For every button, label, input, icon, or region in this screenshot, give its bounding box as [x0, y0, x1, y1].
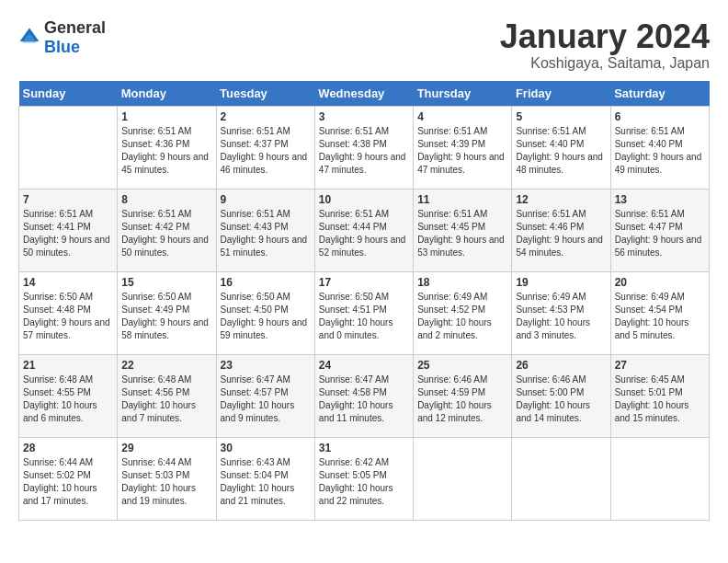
calendar-cell: 9 Sunrise: 6:51 AM Sunset: 4:43 PM Dayli…	[216, 189, 314, 271]
day-info: Sunrise: 6:51 AM Sunset: 4:43 PM Dayligh…	[221, 208, 311, 259]
day-info: Sunrise: 6:50 AM Sunset: 4:50 PM Dayligh…	[221, 291, 311, 342]
calendar-cell: 14 Sunrise: 6:50 AM Sunset: 4:48 PM Dayl…	[19, 271, 118, 354]
day-number: 16	[221, 276, 311, 289]
day-info: Sunrise: 6:51 AM Sunset: 4:41 PM Dayligh…	[23, 208, 113, 259]
calendar-cell: 10 Sunrise: 6:51 AM Sunset: 4:44 PM Dayl…	[314, 189, 413, 271]
sunset-text: Sunset: 4:42 PM	[121, 222, 189, 232]
sunrise-text: Sunrise: 6:51 AM	[516, 209, 586, 219]
day-number: 10	[319, 193, 409, 206]
day-info: Sunrise: 6:50 AM Sunset: 4:48 PM Dayligh…	[23, 291, 113, 342]
day-info: Sunrise: 6:51 AM Sunset: 4:42 PM Dayligh…	[121, 208, 211, 259]
day-number: 8	[121, 193, 211, 206]
daylight-text: Daylight: 9 hours and 51 minutes.	[221, 235, 308, 258]
sunset-text: Sunset: 5:04 PM	[221, 470, 289, 480]
sunrise-text: Sunrise: 6:50 AM	[23, 292, 93, 302]
daylight-text: Daylight: 10 hours and 0 minutes.	[319, 317, 393, 340]
weekday-header-monday: Monday	[118, 81, 216, 107]
day-number: 19	[516, 276, 606, 289]
sunrise-text: Sunrise: 6:50 AM	[319, 292, 389, 302]
day-info: Sunrise: 6:43 AM Sunset: 5:04 PM Dayligh…	[221, 456, 311, 508]
calendar-cell: 11 Sunrise: 6:51 AM Sunset: 4:45 PM Dayl…	[414, 189, 512, 271]
day-info: Sunrise: 6:51 AM Sunset: 4:37 PM Dayligh…	[221, 125, 311, 177]
day-number: 28	[23, 442, 113, 454]
day-info: Sunrise: 6:48 AM Sunset: 4:56 PM Dayligh…	[121, 373, 211, 425]
day-number: 30	[221, 442, 311, 454]
day-info: Sunrise: 6:51 AM Sunset: 4:46 PM Dayligh…	[516, 208, 606, 259]
logo-blue: Blue	[44, 38, 80, 56]
daylight-text: Daylight: 10 hours and 11 minutes.	[319, 400, 393, 423]
calendar-cell: 22 Sunrise: 6:48 AM Sunset: 4:56 PM Dayl…	[118, 354, 216, 437]
sunset-text: Sunset: 5:05 PM	[319, 470, 387, 480]
weekday-header-friday: Friday	[512, 81, 610, 107]
sunset-text: Sunset: 4:46 PM	[516, 222, 584, 232]
calendar-cell	[512, 437, 610, 520]
day-number: 2	[221, 110, 311, 123]
day-info: Sunrise: 6:49 AM Sunset: 4:54 PM Dayligh…	[615, 291, 705, 342]
day-info: Sunrise: 6:51 AM Sunset: 4:36 PM Dayligh…	[121, 125, 211, 177]
weekday-header-row: SundayMondayTuesdayWednesdayThursdayFrid…	[19, 81, 710, 107]
weekday-header-saturday: Saturday	[610, 81, 709, 107]
calendar-cell: 13 Sunrise: 6:51 AM Sunset: 4:47 PM Dayl…	[610, 189, 709, 271]
day-number: 3	[319, 110, 409, 123]
sunrise-text: Sunrise: 6:43 AM	[221, 457, 290, 467]
daylight-text: Daylight: 10 hours and 3 minutes.	[516, 317, 590, 340]
location-title: Koshigaya, Saitama, Japan	[500, 55, 710, 72]
sunset-text: Sunset: 4:37 PM	[221, 139, 289, 149]
sunrise-text: Sunrise: 6:45 AM	[615, 374, 685, 385]
daylight-text: Daylight: 10 hours and 22 minutes.	[319, 483, 393, 506]
day-info: Sunrise: 6:47 AM Sunset: 4:57 PM Dayligh…	[221, 373, 311, 425]
calendar-cell: 16 Sunrise: 6:50 AM Sunset: 4:50 PM Dayl…	[216, 271, 314, 354]
calendar-week-row: 14 Sunrise: 6:50 AM Sunset: 4:48 PM Dayl…	[19, 271, 710, 354]
calendar-cell	[610, 437, 709, 520]
day-number: 29	[121, 442, 211, 454]
sunrise-text: Sunrise: 6:44 AM	[23, 457, 93, 467]
day-number: 25	[417, 359, 507, 372]
sunset-text: Sunset: 5:00 PM	[516, 387, 584, 397]
day-number: 12	[516, 193, 606, 206]
daylight-text: Daylight: 10 hours and 12 minutes.	[417, 400, 492, 423]
sunset-text: Sunset: 4:58 PM	[319, 387, 387, 397]
day-number: 11	[417, 193, 507, 206]
day-info: Sunrise: 6:49 AM Sunset: 4:52 PM Dayligh…	[417, 291, 507, 342]
day-number: 7	[23, 193, 113, 206]
daylight-text: Daylight: 10 hours and 5 minutes.	[615, 317, 689, 340]
sunrise-text: Sunrise: 6:51 AM	[221, 126, 290, 136]
daylight-text: Daylight: 9 hours and 58 minutes.	[121, 317, 209, 340]
sunset-text: Sunset: 4:36 PM	[121, 139, 189, 149]
day-info: Sunrise: 6:51 AM Sunset: 4:47 PM Dayligh…	[615, 208, 705, 259]
sunrise-text: Sunrise: 6:44 AM	[121, 457, 191, 467]
daylight-text: Daylight: 10 hours and 6 minutes.	[23, 400, 97, 423]
sunrise-text: Sunrise: 6:50 AM	[221, 292, 290, 302]
weekday-header-sunday: Sunday	[19, 81, 118, 107]
daylight-text: Daylight: 10 hours and 14 minutes.	[516, 400, 590, 423]
logo-icon	[18, 27, 40, 49]
day-info: Sunrise: 6:51 AM Sunset: 4:39 PM Dayligh…	[417, 125, 507, 177]
sunrise-text: Sunrise: 6:51 AM	[319, 209, 389, 219]
day-number: 4	[417, 110, 507, 123]
sunset-text: Sunset: 4:39 PM	[417, 139, 485, 149]
day-info: Sunrise: 6:49 AM Sunset: 4:53 PM Dayligh…	[516, 291, 606, 342]
calendar-cell: 8 Sunrise: 6:51 AM Sunset: 4:42 PM Dayli…	[118, 189, 216, 271]
daylight-text: Daylight: 10 hours and 19 minutes.	[121, 483, 196, 506]
page-header: General Blue January 2024 Koshigaya, Sai…	[18, 18, 710, 72]
sunset-text: Sunset: 5:02 PM	[23, 470, 91, 480]
sunrise-text: Sunrise: 6:42 AM	[319, 457, 389, 467]
sunrise-text: Sunrise: 6:51 AM	[417, 126, 487, 136]
daylight-text: Daylight: 10 hours and 7 minutes.	[121, 400, 196, 423]
day-number: 17	[319, 276, 409, 289]
sunset-text: Sunset: 4:54 PM	[615, 304, 683, 315]
calendar-cell: 5 Sunrise: 6:51 AM Sunset: 4:40 PM Dayli…	[512, 106, 610, 189]
calendar-cell: 30 Sunrise: 6:43 AM Sunset: 5:04 PM Dayl…	[216, 437, 314, 520]
sunrise-text: Sunrise: 6:46 AM	[516, 374, 586, 385]
month-title: January 2024	[500, 18, 710, 55]
day-info: Sunrise: 6:51 AM Sunset: 4:40 PM Dayligh…	[615, 125, 705, 177]
sunrise-text: Sunrise: 6:47 AM	[221, 374, 290, 385]
day-info: Sunrise: 6:46 AM Sunset: 5:00 PM Dayligh…	[516, 373, 606, 425]
calendar-cell: 7 Sunrise: 6:51 AM Sunset: 4:41 PM Dayli…	[19, 189, 118, 271]
day-number: 14	[23, 276, 113, 289]
sunrise-text: Sunrise: 6:51 AM	[615, 126, 685, 136]
calendar-week-row: 1 Sunrise: 6:51 AM Sunset: 4:36 PM Dayli…	[19, 106, 710, 189]
daylight-text: Daylight: 9 hours and 56 minutes.	[615, 235, 702, 258]
calendar-cell: 26 Sunrise: 6:46 AM Sunset: 5:00 PM Dayl…	[512, 354, 610, 437]
calendar-week-row: 28 Sunrise: 6:44 AM Sunset: 5:02 PM Dayl…	[19, 437, 710, 520]
